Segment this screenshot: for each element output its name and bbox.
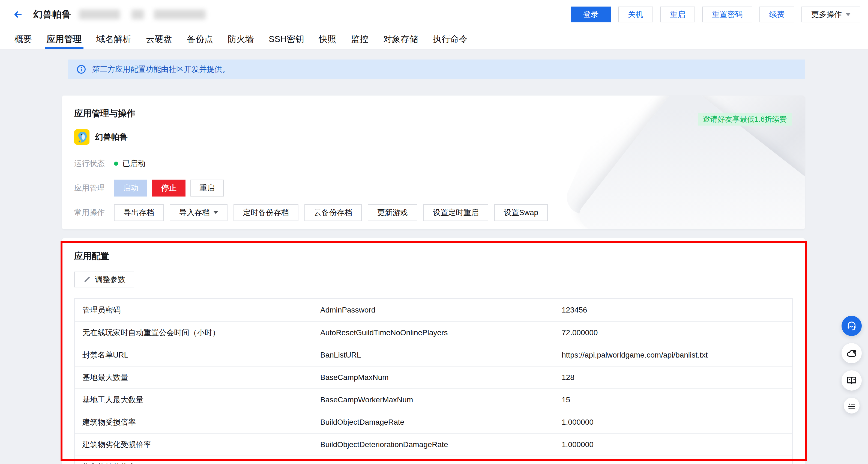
promo-badge[interactable]: 邀请好友享最低1.6折续费 — [698, 113, 792, 125]
config-value: 1.000000 — [562, 440, 792, 449]
tab-object-storage[interactable]: 对象存储 — [376, 29, 426, 49]
feedback-list-icon — [847, 401, 856, 410]
config-key: BuildObjectDeteriorationDamageRate — [320, 440, 562, 449]
app-management-card: 邀请好友享最低1.6折续费 应用管理与操作 幻兽帕鲁 运行状态 已启动 — [62, 95, 805, 229]
support-chat-button[interactable] — [841, 316, 862, 336]
tab-monitor[interactable]: 监控 — [344, 29, 376, 49]
back-button[interactable] — [12, 8, 24, 21]
start-app-button[interactable]: 启动 — [114, 180, 147, 197]
config-label: 收集物掉落倍率 — [75, 462, 320, 464]
chevron-down-icon — [846, 13, 850, 16]
headset-icon — [846, 320, 857, 331]
table-row: 建筑物受损倍率 BuildObjectDamageRate 1.000000 — [75, 411, 792, 433]
notifications-button[interactable] — [841, 343, 862, 363]
top-header: 幻兽帕鲁 登录 关机 重启 重置密码 续费 更多操作 — [0, 0, 868, 29]
config-label: 基地工人最大数量 — [75, 395, 320, 405]
renew-button[interactable]: 续费 — [760, 6, 794, 22]
config-value: 123456 — [562, 306, 792, 314]
config-value: 72.000000 — [562, 328, 792, 337]
config-label: 建筑物受损倍率 — [75, 417, 320, 428]
main-content: 第三方应用配置功能由社区开发并提供。 邀请好友享最低1.6折续费 应用管理与操作… — [0, 50, 868, 464]
set-swap-button[interactable]: 设置Swap — [494, 204, 548, 221]
cloud-bell-icon — [846, 347, 857, 359]
table-row: 封禁名单URL BanListURL https://api.palworldg… — [75, 344, 792, 366]
config-label: 基地最大数量 — [75, 372, 320, 383]
config-value: 1.000000 — [562, 463, 792, 464]
config-label: 管理员密码 — [75, 305, 320, 315]
import-save-button[interactable]: 导入存档 — [170, 204, 227, 221]
config-value: 1.000000 — [562, 418, 792, 427]
app-config-card: 应用配置 调整参数 管理员密码 AdminPassword 123456 无在线… — [62, 238, 805, 464]
config-key: BanListURL — [320, 351, 562, 359]
feedback-panel-button[interactable] — [844, 398, 860, 413]
header-actions: 登录 关机 重启 重置密码 续费 更多操作 — [571, 6, 860, 22]
adjust-params-button[interactable]: 调整参数 — [74, 271, 134, 287]
documentation-button[interactable] — [841, 370, 862, 390]
tab-snapshot[interactable]: 快照 — [312, 29, 344, 49]
info-banner: 第三方应用配置功能由社区开发并提供。 — [68, 59, 805, 79]
scheduled-restart-button[interactable]: 设置定时重启 — [423, 204, 488, 221]
export-save-button[interactable]: 导出存档 — [114, 204, 164, 221]
app-card-title: 应用管理与操作 — [74, 108, 793, 120]
tab-cloud-disk[interactable]: 云硬盘 — [138, 29, 180, 49]
common-ops-row: 常用操作 导出存档 导入存档 定时备份存档 云备份存档 更新游戏 设置定时重启 … — [74, 204, 793, 221]
app-manage-label: 应用管理 — [74, 183, 114, 193]
arrow-left-icon — [13, 9, 23, 20]
table-row: 建筑物劣化受损倍率 BuildObjectDeteriorationDamage… — [75, 433, 792, 456]
adjust-params-label: 调整参数 — [95, 274, 125, 285]
import-save-label: 导入存档 — [179, 207, 210, 218]
tab-ssh-key[interactable]: SSH密钥 — [261, 29, 312, 49]
palworld-app-icon — [74, 129, 90, 145]
config-key: BuildObjectDamageRate — [320, 418, 562, 427]
tab-overview[interactable]: 概要 — [7, 29, 39, 49]
table-row: 管理员密码 AdminPassword 123456 — [75, 299, 792, 321]
stop-app-button[interactable]: 停止 — [152, 180, 185, 197]
run-status-value: 已启动 — [114, 158, 145, 169]
floating-action-stack — [841, 316, 862, 413]
redacted-region-info — [154, 9, 206, 19]
tab-firewall[interactable]: 防火墙 — [220, 29, 261, 49]
info-banner-text: 第三方应用配置功能由社区开发并提供。 — [92, 64, 230, 75]
config-value: https://api.palworldgame.com/api/banlist… — [562, 351, 792, 359]
update-game-button[interactable]: 更新游戏 — [368, 204, 417, 221]
reboot-button[interactable]: 重启 — [660, 6, 695, 22]
config-value: 15 — [562, 396, 792, 404]
config-label: 无在线玩家时自动重置公会时间（小时） — [75, 327, 320, 338]
shutdown-button[interactable]: 关机 — [618, 6, 653, 22]
config-table: 管理员密码 AdminPassword 123456 无在线玩家时自动重置公会时… — [74, 298, 793, 464]
info-icon — [76, 64, 86, 74]
common-ops-label: 常用操作 — [74, 207, 114, 218]
run-status-row: 运行状态 已启动 — [74, 158, 793, 169]
tab-backup-point[interactable]: 备份点 — [180, 29, 220, 49]
docs-book-icon — [846, 375, 857, 386]
config-card-title: 应用配置 — [74, 250, 793, 262]
reset-password-button[interactable]: 重置密码 — [702, 6, 752, 22]
table-row: 无在线玩家时自动重置公会时间（小时） AutoResetGuildTimeNoO… — [75, 321, 792, 344]
pencil-icon — [83, 276, 91, 284]
app-name: 幻兽帕鲁 — [95, 132, 128, 143]
config-label: 建筑物劣化受损倍率 — [75, 439, 320, 450]
table-row: 收集物掉落倍率 CollectionDropRate 1.000000 — [75, 456, 792, 464]
config-key: AdminPassword — [320, 306, 562, 314]
tab-dns[interactable]: 域名解析 — [89, 29, 138, 49]
redacted-instance-id — [79, 9, 120, 19]
app-identity: 幻兽帕鲁 — [74, 129, 793, 145]
chevron-down-icon — [214, 211, 218, 214]
redacted-separator — [131, 9, 144, 19]
restart-app-button[interactable]: 重启 — [190, 180, 224, 197]
config-key: AutoResetGuildTimeNoOnlinePlayers — [320, 328, 562, 337]
tab-run-command[interactable]: 执行命令 — [426, 29, 475, 49]
config-label: 封禁名单URL — [75, 350, 320, 360]
config-key: CollectionDropRate — [320, 463, 562, 464]
scheduled-backup-button[interactable]: 定时备份存档 — [234, 204, 299, 221]
more-actions-label: 更多操作 — [811, 9, 842, 20]
login-button[interactable]: 登录 — [571, 6, 611, 22]
config-value: 128 — [562, 373, 792, 382]
tab-app-management[interactable]: 应用管理 — [39, 29, 89, 49]
config-key: BaseCampWorkerMaxNum — [320, 396, 562, 404]
cloud-backup-button[interactable]: 云备份存档 — [304, 204, 362, 221]
status-text: 已启动 — [122, 158, 145, 169]
page-title: 幻兽帕鲁 — [33, 8, 71, 21]
config-key: BaseCampMaxNum — [320, 373, 562, 382]
more-actions-button[interactable]: 更多操作 — [801, 6, 860, 22]
